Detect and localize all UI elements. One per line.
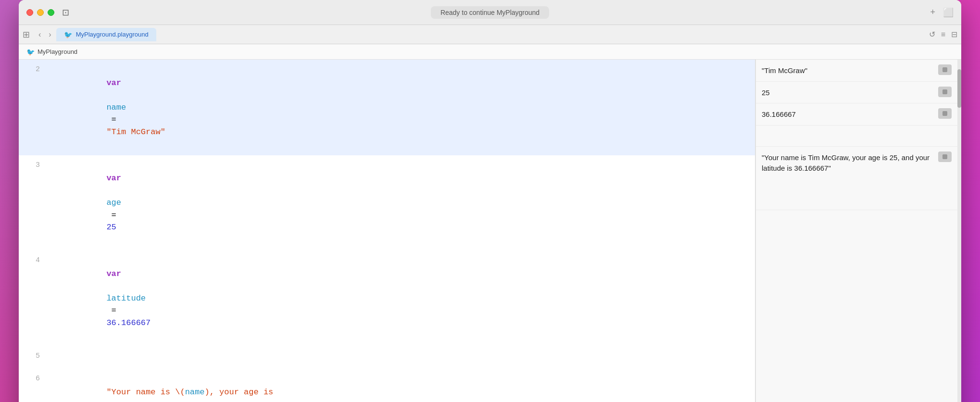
- playground-tab[interactable]: 🐦 MyPlayground.playground: [56, 28, 156, 41]
- tab-label: MyPlayground.playground: [76, 31, 149, 38]
- result-text-0: "Tim McGraw": [762, 64, 934, 76]
- result-eye-0[interactable]: [938, 64, 952, 75]
- num-val-3: 25: [106, 223, 116, 232]
- str-mid1-6: ), your age is: [204, 388, 273, 397]
- line-number-6: 6: [19, 369, 48, 383]
- add-tab-button[interactable]: +: [930, 7, 935, 17]
- space: =: [106, 306, 121, 315]
- result-row-0: "Tim McGraw": [756, 60, 957, 82]
- result-row-3: [756, 126, 957, 147]
- tabbar: ⊞ ‹ › 🐦 MyPlayground.playground ↺ ≡ ⊟: [19, 25, 961, 44]
- inspector-icon[interactable]: ≡: [941, 30, 945, 39]
- scrollbar-track[interactable]: [957, 60, 961, 402]
- result-text-2: 36.166667: [762, 108, 934, 120]
- code-line-5[interactable]: 5: [19, 346, 755, 368]
- breadcrumb: 🐦 MyPlayground: [19, 44, 961, 60]
- result-eye-2[interactable]: [938, 108, 952, 119]
- status-label: Ready to continue MyPlayground: [431, 6, 549, 19]
- sidebar-toggle-icon[interactable]: ⊡: [62, 7, 69, 18]
- code-area[interactable]: 2 var name = "Tim McGraw" 3 var: [19, 60, 755, 402]
- code-line-2[interactable]: 2 var name = "Tim McGraw": [19, 60, 755, 155]
- result-row-1: 25: [756, 82, 957, 104]
- maximize-button[interactable]: [48, 9, 54, 16]
- code-editor[interactable]: 2 var name = "Tim McGraw" 3 var: [19, 60, 755, 402]
- nav-forward-button[interactable]: ›: [46, 29, 54, 40]
- keyword-var-3: var: [106, 174, 121, 183]
- line-content-6: "Your name is \(name), your age is \(age…: [48, 369, 755, 402]
- line-content-4: var latitude = 36.166667: [48, 251, 755, 345]
- grid-icon[interactable]: ⊞: [23, 29, 30, 40]
- result-text-1: 25: [762, 87, 934, 99]
- tabbar-right: ↺ ≡ ⊟: [929, 30, 957, 39]
- line-number-5: 5: [19, 347, 48, 360]
- space: [106, 186, 111, 195]
- code-line-4[interactable]: 4 var latitude = 36.166667: [19, 251, 755, 346]
- results-panel: "Tim McGraw" 25 36.166667 "Your name is …: [755, 60, 957, 402]
- code-line-6[interactable]: 6 "Your name is \(name), your age is \(a…: [19, 368, 755, 402]
- var-name-4: latitude: [106, 294, 146, 303]
- keyword-var-2: var: [106, 78, 121, 88]
- line-number-4: 4: [19, 251, 48, 264]
- refresh-icon[interactable]: ↺: [929, 30, 935, 39]
- line-content-5: [48, 347, 755, 367]
- main-content: 2 var name = "Tim McGraw" 3 var: [19, 60, 961, 402]
- num-val-4: 36.166667: [106, 318, 151, 327]
- titlebar: ⊡ Ready to continue MyPlayground + ⬜: [19, 0, 961, 25]
- space: [106, 281, 111, 290]
- swift-icon: 🐦: [64, 31, 72, 38]
- result-eye-1[interactable]: [938, 87, 952, 97]
- space: =: [106, 115, 121, 124]
- space: =: [106, 211, 121, 220]
- line-content-3: var age = 25: [48, 156, 755, 250]
- split-view-icon[interactable]: ⬜: [943, 7, 954, 18]
- breadcrumb-label: MyPlayground: [38, 48, 77, 55]
- minimize-button[interactable]: [37, 9, 44, 16]
- traffic-lights: [26, 9, 54, 16]
- str-start-6: "Your name is \(: [106, 388, 185, 397]
- close-button[interactable]: [26, 9, 33, 16]
- var-name-2: name: [106, 103, 126, 112]
- result-text-4: "Your name is Tim McGraw, your age is 25…: [762, 151, 934, 174]
- result-text-3: [762, 130, 952, 131]
- interp-name-6: name: [185, 388, 205, 397]
- tabbar-left: ⊞ ‹ › 🐦 MyPlayground.playground: [23, 28, 156, 41]
- var-name-3: age: [106, 198, 121, 207]
- result-row-2: 36.166667: [756, 103, 957, 126]
- result-row-4: "Your name is Tim McGraw, your age is 25…: [756, 147, 957, 210]
- line-content-2: var name = "Tim McGraw": [48, 61, 755, 154]
- titlebar-right: + ⬜: [930, 7, 954, 18]
- code-line-3[interactable]: 3 var age = 25: [19, 155, 755, 251]
- line-number-2: 2: [19, 61, 48, 74]
- scrollbar-thumb[interactable]: [957, 69, 961, 108]
- line-number-3: 3: [19, 156, 48, 169]
- nav-back-button[interactable]: ‹: [36, 29, 44, 40]
- keyword-var-4: var: [106, 269, 121, 278]
- string-val-2: "Tim McGraw": [106, 127, 165, 137]
- result-eye-4[interactable]: [938, 151, 952, 162]
- breadcrumb-swift-icon: 🐦: [26, 48, 35, 56]
- titlebar-center: Ready to continue MyPlayground: [431, 6, 549, 19]
- inspector-panel-icon[interactable]: ⊟: [951, 30, 957, 39]
- main-window: ⊡ Ready to continue MyPlayground + ⬜ ⊞ ‹…: [19, 0, 961, 402]
- space: [106, 90, 111, 100]
